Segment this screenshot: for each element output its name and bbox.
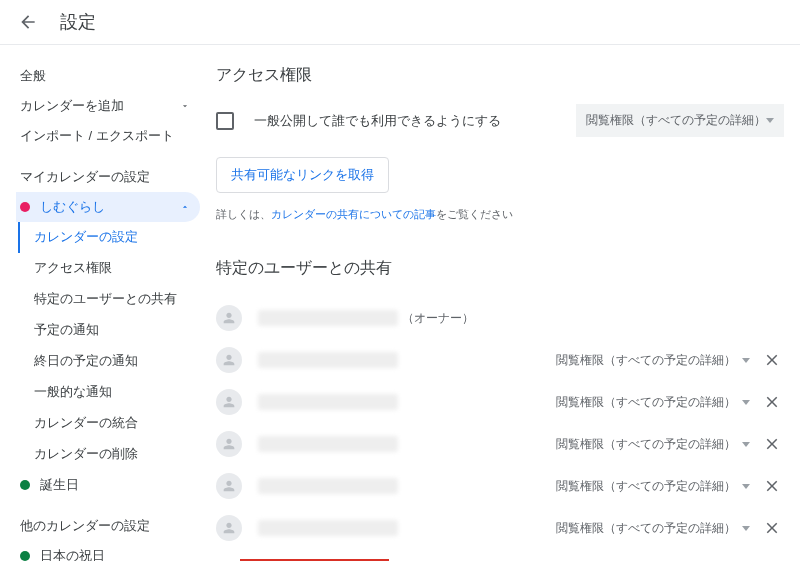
default-permission-select[interactable]: 閲覧権限（すべての予定の詳細） [576,104,784,137]
share-user-row: 閲覧権限（すべての予定の詳細） [216,339,784,381]
user-name [258,520,556,536]
dropdown-icon [742,484,750,489]
public-access-row: 一般公開して誰でも利用できるようにする 閲覧権限（すべての予定の詳細） [216,104,784,137]
person-icon [216,389,242,415]
chevron-down-icon [180,99,190,114]
sidebar-item-birthday[interactable]: 誕生日 [16,470,200,500]
sub-item-event-notif[interactable]: 予定の通知 [18,315,200,346]
share-user-row: 閲覧権限（すべての予定の詳細） [216,507,784,549]
public-checkbox[interactable] [216,112,234,130]
settings-header: 設定 [0,0,800,45]
dropdown-icon [742,442,750,447]
remove-user-button[interactable] [760,348,784,372]
user-permission-select[interactable]: 閲覧権限（すべての予定の詳細） [556,436,750,453]
public-checkbox-label: 一般公開して誰でも利用できるようにする [254,112,576,130]
remove-user-button[interactable] [760,432,784,456]
remove-user-button[interactable] [760,516,784,540]
sub-item-integrate[interactable]: カレンダーの統合 [18,408,200,439]
share-user-row: 閲覧権限（すべての予定の詳細） [216,423,784,465]
person-icon [216,515,242,541]
share-user-row-owner: （オーナー） [216,297,784,339]
page-title: 設定 [60,10,96,34]
sub-item-allday-notif[interactable]: 終日の予定の通知 [18,346,200,377]
dropdown-icon [766,118,774,123]
sidebar-item-general[interactable]: 全般 [16,61,200,91]
remove-user-button[interactable] [760,390,784,414]
user-name [258,436,556,452]
calendar-color-dot [20,202,30,212]
sub-item-general-notif[interactable]: 一般的な通知 [18,377,200,408]
get-shareable-link-button[interactable]: 共有可能なリンクを取得 [216,157,389,193]
back-arrow-icon[interactable] [16,10,40,34]
person-icon [216,347,242,373]
sidebar-item-active-calendar[interactable]: しむぐらし [16,192,200,222]
user-permission-select[interactable]: 閲覧権限（すべての予定の詳細） [556,520,750,537]
user-permission-select[interactable]: 閲覧権限（すべての予定の詳細） [556,352,750,369]
content-area: アクセス権限 一般公開して誰でも利用できるようにする 閲覧権限（すべての予定の詳… [200,45,800,561]
dropdown-icon [742,526,750,531]
user-name [258,478,556,494]
share-user-row: 閲覧権限（すべての予定の詳細） [216,381,784,423]
chevron-up-icon [180,200,190,215]
person-icon [216,431,242,457]
sidebar-item-add-calendar[interactable]: カレンダーを追加 [16,91,200,121]
sub-item-delete[interactable]: カレンダーの削除 [18,439,200,470]
sub-item-cal-settings[interactable]: カレンダーの設定 [18,222,200,253]
sidebar-section-other-calendars: 他のカレンダーの設定 [16,500,200,541]
user-name: （オーナー） [258,310,784,327]
remove-user-button[interactable] [760,474,784,498]
dropdown-icon [742,400,750,405]
sidebar-section-my-calendars: マイカレンダーの設定 [16,151,200,192]
sidebar: 全般 カレンダーを追加 インポート / エクスポート マイカレンダーの設定 しむ… [0,45,200,561]
calendar-color-dot [20,551,30,561]
sidebar-item-jp-holidays[interactable]: 日本の祝日 [16,541,200,561]
share-user-row: 閲覧権限（すべての予定の詳細） [216,465,784,507]
sub-item-access[interactable]: アクセス権限 [18,253,200,284]
main-layout: 全般 カレンダーを追加 インポート / エクスポート マイカレンダーの設定 しむ… [0,45,800,561]
person-icon [216,473,242,499]
calendar-color-dot [20,480,30,490]
user-permission-select[interactable]: 閲覧権限（すべての予定の詳細） [556,478,750,495]
user-name [258,394,556,410]
access-help-link[interactable]: カレンダーの共有についての記事 [271,208,436,220]
share-heading: 特定のユーザーとの共有 [216,258,784,279]
user-name [258,352,556,368]
sidebar-sub-list: カレンダーの設定 アクセス権限 特定のユーザーとの共有 予定の通知 終日の予定の… [18,222,200,470]
access-help-text: 詳しくは、カレンダーの共有についての記事をご覧ください [216,207,784,222]
user-permission-select[interactable]: 閲覧権限（すべての予定の詳細） [556,394,750,411]
access-heading: アクセス権限 [216,65,784,86]
sub-item-specific-users[interactable]: 特定のユーザーとの共有 [18,284,200,315]
sidebar-item-import-export[interactable]: インポート / エクスポート [16,121,200,151]
person-icon [216,305,242,331]
dropdown-icon [742,358,750,363]
